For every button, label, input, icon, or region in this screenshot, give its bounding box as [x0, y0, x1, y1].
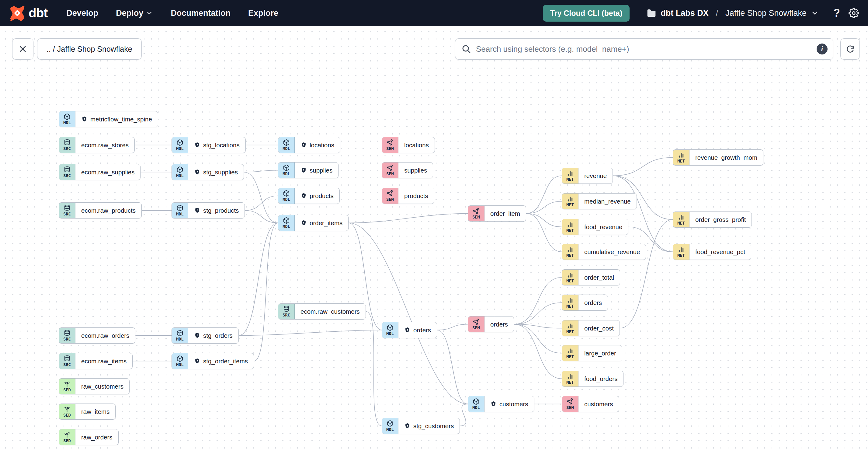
- graph-node-order_gross_profit_met[interactable]: METorder_gross_profit: [673, 211, 752, 228]
- graph-node-stg_orders[interactable]: MDLstg_orders: [172, 327, 239, 343]
- close-icon: [19, 45, 27, 53]
- node-type-label: MET: [566, 304, 574, 308]
- graph-node-revenue_met[interactable]: METrevenue: [562, 168, 613, 184]
- graph-node-locations_mdl[interactable]: MDLlocations: [278, 137, 340, 153]
- edge-stg_supplies-to-supplies_mdl: [244, 171, 278, 172]
- seedling-icon: SED: [59, 379, 75, 394]
- refresh-button[interactable]: [840, 38, 860, 60]
- node-type-label: SRC: [63, 212, 70, 216]
- dbt-logo[interactable]: dbt: [9, 5, 48, 21]
- node-type-label: MET: [566, 177, 574, 182]
- graph-node-stg_products[interactable]: MDLstg_products: [172, 202, 245, 218]
- graph-node-raw_customers_sed[interactable]: SEDraw_customers: [59, 378, 130, 394]
- breadcrumb-button[interactable]: .. / Jaffle Shop Snowflake: [37, 38, 142, 60]
- graph-node-ecom_raw_items[interactable]: SRCecom.raw_items: [59, 353, 133, 369]
- graph-node-ecom_raw_customers[interactable]: SRCecom.raw_customers: [278, 303, 366, 320]
- graph-node-food_orders_met[interactable]: METfood_orders: [562, 371, 623, 387]
- graph-node-metricflow_time_spine[interactable]: MDLmetricflow_time_spine: [59, 111, 158, 127]
- node-type-label: MET: [677, 159, 685, 163]
- graph-node-order_items_mdl[interactable]: MDLorder_items: [278, 215, 348, 231]
- graph-node-large_order_met[interactable]: METlarge_order: [562, 345, 622, 361]
- project-name[interactable]: Jaffle Shop Snowflake: [725, 8, 807, 18]
- graph-node-supplies_sem[interactable]: SEMsupplies: [382, 162, 433, 178]
- node-label: ecom.raw_customers: [301, 308, 360, 315]
- graph-node-stg_order_items[interactable]: MDLstg_order_items: [172, 353, 254, 369]
- node-label: raw_orders: [81, 434, 113, 441]
- graph-node-orders_mdl[interactable]: MDLorders: [382, 322, 437, 338]
- node-label: order_total: [584, 274, 614, 281]
- node-label: stg_order_items: [203, 358, 248, 365]
- graph-node-locations_sem[interactable]: SEMlocations: [382, 137, 435, 153]
- shield-icon: [301, 192, 307, 199]
- graph-node-raw_orders_sed[interactable]: SEDraw_orders: [59, 429, 119, 445]
- graph-node-stg_customers[interactable]: MDLstg_customers: [382, 418, 460, 434]
- edge-stg_products-to-products_mdl: [245, 196, 278, 211]
- nav-item-explore[interactable]: Explore: [248, 8, 278, 18]
- share-icon: SEM: [562, 396, 579, 412]
- lineage-canvas[interactable]: MDLmetricflow_time_spineSRCecom.raw_stor…: [0, 26, 868, 451]
- graph-node-cumulative_revenue_met[interactable]: METcumulative_revenue: [562, 244, 646, 260]
- account-name[interactable]: dbt Labs DX: [660, 8, 709, 18]
- node-label: orders: [490, 321, 508, 328]
- graph-node-raw_items_sed[interactable]: SEDraw_items: [59, 403, 116, 420]
- try-cloud-cli-button[interactable]: Try Cloud CLI (beta): [543, 5, 630, 22]
- seedling-icon: SED: [59, 404, 75, 419]
- node-type-label: MET: [566, 355, 574, 359]
- node-type-label: MDL: [283, 147, 290, 151]
- graph-node-order_total_met[interactable]: METorder_total: [562, 269, 620, 285]
- cube-icon: MDL: [382, 322, 398, 338]
- graph-node-food_revenue_pct_met[interactable]: METfood_revenue_pct: [673, 244, 751, 260]
- node-type-label: MDL: [176, 147, 183, 151]
- node-label: stg_products: [203, 207, 239, 214]
- node-label: customers: [584, 400, 613, 408]
- node-type-label: MDL: [63, 121, 70, 125]
- nav-item-develop[interactable]: Develop: [66, 8, 98, 18]
- node-type-label: SED: [63, 388, 70, 392]
- dbt-cloud-lineage-page: dbt Develop Deploy Documentation Explore…: [0, 0, 868, 451]
- nav-item-documentation[interactable]: Documentation: [170, 8, 230, 18]
- graph-node-supplies_mdl[interactable]: MDLsupplies: [278, 162, 339, 178]
- graph-node-customers_sem[interactable]: SEMcustomers: [562, 396, 619, 412]
- graph-node-revenue_growth_mom_met[interactable]: METrevenue_growth_mom: [673, 149, 764, 166]
- graph-node-ecom_raw_orders[interactable]: SRCecom.raw_orders: [59, 327, 135, 343]
- search-input[interactable]: [475, 44, 816, 54]
- gear-icon[interactable]: [848, 8, 859, 18]
- graph-node-ecom_raw_products[interactable]: SRCecom.raw_products: [59, 202, 142, 218]
- graph-node-orders_sem[interactable]: SEMorders: [468, 316, 514, 332]
- graph-node-orders_met[interactable]: METorders: [562, 295, 608, 311]
- breadcrumb-label: .. / Jaffle Shop Snowflake: [46, 45, 132, 54]
- close-button[interactable]: [12, 38, 33, 60]
- graph-node-stg_supplies[interactable]: MDLstg_supplies: [172, 164, 244, 180]
- graph-node-ecom_raw_supplies[interactable]: SRCecom.raw_supplies: [59, 164, 141, 180]
- graph-node-food_revenue_met[interactable]: METfood_revenue: [562, 219, 628, 235]
- graph-node-order_cost_met[interactable]: METorder_cost: [562, 320, 620, 336]
- chevron-down-icon[interactable]: [811, 9, 819, 17]
- graph-node-order_item_sem[interactable]: SEMorder_item: [468, 205, 526, 221]
- cube-icon: MDL: [172, 164, 188, 180]
- node-label: ecom.raw_items: [81, 358, 126, 365]
- help-icon[interactable]: ?: [833, 8, 840, 19]
- cube-icon: MDL: [172, 353, 188, 369]
- cube-icon: MDL: [278, 137, 295, 153]
- shield-icon: [301, 220, 307, 226]
- edge-stg_customers-to-customers_mdl: [460, 404, 468, 426]
- selector-search: i: [455, 38, 833, 60]
- shield-icon: [194, 142, 200, 148]
- graph-node-products_mdl[interactable]: MDLproducts: [278, 188, 340, 204]
- graph-node-customers_mdl[interactable]: MDLcustomers: [468, 396, 534, 412]
- info-icon[interactable]: i: [816, 43, 828, 55]
- node-label: supplies: [404, 167, 427, 174]
- graph-node-ecom_raw_stores[interactable]: SRCecom.raw_stores: [59, 137, 135, 153]
- node-type-label: MDL: [386, 427, 394, 432]
- node-type-label: SRC: [63, 363, 70, 367]
- edge-order_item_sem-to-food_revenue_met: [526, 214, 562, 227]
- node-label: stg_locations: [203, 142, 240, 149]
- graph-node-stg_locations[interactable]: MDLstg_locations: [172, 137, 246, 153]
- node-type-label: MDL: [472, 405, 479, 410]
- shield-icon: [194, 169, 200, 175]
- graph-node-median_revenue_met[interactable]: METmedian_revenue: [562, 193, 637, 209]
- nav-item-deploy[interactable]: Deploy: [116, 8, 153, 18]
- node-label: order_item: [490, 210, 520, 217]
- node-type-label: SEM: [386, 198, 394, 202]
- graph-node-products_sem[interactable]: SEMproducts: [382, 188, 434, 204]
